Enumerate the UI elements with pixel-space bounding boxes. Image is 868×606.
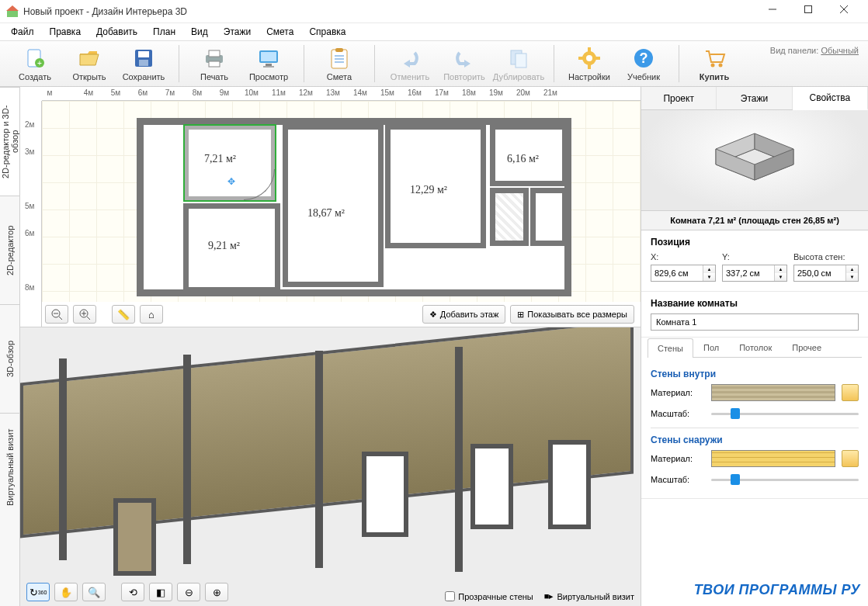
- plan-view[interactable]: м 4м 5м 6м 7м 8м 9м 10м 11м 12м 13м 14м …: [20, 87, 641, 327]
- svg-point-37: [719, 64, 723, 68]
- zoom-render-button[interactable]: 🔍: [82, 583, 106, 601]
- app-icon: [6, 5, 19, 18]
- zoom-in-render-button[interactable]: ⊕: [205, 583, 228, 601]
- tab-project[interactable]: Проект: [641, 87, 717, 109]
- panel-mode-link[interactable]: Обычный: [821, 46, 859, 55]
- pos-x-input[interactable]: ▲▼: [651, 265, 716, 282]
- room-5[interactable]: 9,21 м²: [183, 203, 280, 293]
- close-button[interactable]: [826, 0, 862, 21]
- duplicate-icon: [506, 46, 531, 71]
- properties-panel: Проект Этажи Свойства Комната 7,21 м² (п…: [641, 87, 868, 606]
- room-small-1[interactable]: [490, 188, 529, 246]
- svg-rect-27: [516, 54, 526, 68]
- menu-plan[interactable]: План: [145, 25, 183, 39]
- tab-2d-3d[interactable]: 2D-редактор и 3D-обзор: [0, 87, 19, 196]
- svg-rect-13: [209, 50, 220, 57]
- virtual-visit-checkbox[interactable]: ■▸Виртуальный визит: [544, 591, 634, 601]
- handle-icon[interactable]: ✥: [227, 176, 235, 187]
- menu-add[interactable]: Добавить: [89, 25, 145, 39]
- svg-point-36: [711, 64, 715, 68]
- window-title: Новый проект - Дизайн Интерьера 3D: [23, 6, 755, 17]
- tutorial-button[interactable]: ?Учебник: [616, 42, 671, 85]
- menu-edit[interactable]: Правка: [42, 25, 89, 39]
- add-floor-button[interactable]: ❖Добавить этаж: [422, 305, 505, 324]
- settings-button[interactable]: Настройки: [562, 42, 616, 85]
- clipboard-icon: [327, 46, 352, 71]
- zoom-out-button[interactable]: [45, 305, 68, 324]
- scale-outside-slider[interactable]: [711, 472, 859, 487]
- subtab-ceiling[interactable]: Потолок: [729, 338, 782, 357]
- svg-marker-24: [404, 60, 410, 68]
- zoom-in-button[interactable]: [73, 305, 96, 324]
- material-outside-swatch[interactable]: [711, 450, 835, 467]
- show-dims-button[interactable]: ⊞Показывать все размеры: [510, 305, 634, 324]
- material-inside-browse[interactable]: [842, 384, 859, 401]
- subtab-other[interactable]: Прочее: [782, 338, 832, 357]
- open-button[interactable]: Открыть: [62, 42, 116, 85]
- zoom-out-render-button[interactable]: ⊖: [177, 583, 200, 601]
- tab-virtual[interactable]: Виртуальный визит: [0, 413, 19, 521]
- svg-text:+: +: [37, 59, 42, 68]
- pos-y-input[interactable]: ▲▼: [722, 265, 787, 282]
- svg-marker-25: [464, 60, 470, 68]
- walls-inside-header: Стены внутри: [651, 369, 859, 379]
- estimate-button[interactable]: Смета: [312, 42, 366, 85]
- svg-point-29: [586, 55, 592, 61]
- maximize-button[interactable]: [790, 0, 826, 21]
- scale-inside-slider[interactable]: [711, 406, 859, 421]
- redo-button[interactable]: Повторить: [437, 42, 491, 85]
- tab-floors[interactable]: Этажи: [717, 87, 792, 109]
- preview-button[interactable]: Просмотр: [241, 42, 296, 85]
- save-button[interactable]: Сохранить: [116, 42, 171, 85]
- measure-button[interactable]: 📏: [112, 305, 135, 324]
- menu-estimate[interactable]: Смета: [259, 25, 301, 39]
- svg-rect-0: [7, 10, 18, 17]
- transparent-walls-checkbox[interactable]: Прозрачные стены: [445, 591, 533, 601]
- tab-properties[interactable]: Свойства: [793, 87, 868, 110]
- tab-3d[interactable]: 3D-обзор: [0, 304, 19, 413]
- menu-view[interactable]: Вид: [183, 25, 216, 39]
- reset-view-button[interactable]: ⟲: [121, 583, 144, 601]
- minimize-button[interactable]: [755, 0, 790, 21]
- save-icon: [131, 46, 156, 71]
- camera-icon: ■▸: [544, 591, 554, 601]
- svg-line-42: [87, 317, 90, 320]
- svg-rect-11: [139, 60, 148, 66]
- room-3[interactable]: 12,29 м²: [385, 124, 486, 248]
- tab-2d[interactable]: 2D-редактор: [0, 196, 19, 304]
- ruler-vertical: 2м 3м 5м 6м 8м: [20, 101, 42, 327]
- plan-toolbar-right: ❖Добавить этаж ⊞Показывать все размеры: [422, 305, 634, 324]
- wall-height-input[interactable]: ▲▼: [793, 265, 859, 282]
- render-view[interactable]: ↻360 ✋ 🔍 ⟲ ◧ ⊖ ⊕ Прозрачные стены ■▸Вирт…: [20, 327, 641, 606]
- subtab-walls[interactable]: Стены: [648, 338, 693, 358]
- subtab-floor[interactable]: Пол: [693, 338, 729, 357]
- menu-help[interactable]: Справка: [301, 25, 353, 39]
- home-button[interactable]: ⌂: [140, 305, 163, 324]
- create-button[interactable]: +Создать: [8, 42, 62, 85]
- dims-icon: ⊞: [517, 310, 524, 320]
- svg-rect-16: [261, 52, 276, 61]
- top-view-button[interactable]: ◧: [149, 583, 172, 601]
- title-bar: Новый проект - Дизайн Интерьера 3D: [0, 0, 868, 23]
- room-small-2[interactable]: [530, 188, 568, 246]
- render-options: Прозрачные стены ■▸Виртуальный визит: [445, 591, 634, 601]
- buy-button[interactable]: Купить: [687, 42, 741, 85]
- room-selected[interactable]: 7,21 м² ✥: [183, 124, 276, 202]
- material-inside-swatch[interactable]: [711, 384, 835, 401]
- undo-button[interactable]: Отменить: [383, 42, 437, 85]
- room-name-input[interactable]: [651, 313, 859, 331]
- orbit-button[interactable]: ↻360: [26, 583, 50, 601]
- material-outside-browse[interactable]: [842, 450, 859, 467]
- room-4[interactable]: 6,16 м²: [490, 124, 568, 186]
- menu-floors[interactable]: Этажи: [216, 25, 259, 39]
- svg-marker-1: [6, 5, 19, 11]
- print-button[interactable]: Печать: [187, 42, 241, 85]
- material-tabs: Стены Пол Потолок Прочее: [648, 338, 862, 358]
- room-2[interactable]: 18,67 м²: [283, 124, 384, 287]
- pan-button[interactable]: ✋: [54, 583, 78, 601]
- menu-bar: Файл Правка Добавить План Вид Этажи Смет…: [0, 23, 868, 40]
- menu-file[interactable]: Файл: [3, 25, 42, 39]
- duplicate-button[interactable]: Дублировать: [491, 42, 546, 85]
- room-info: Комната 7,21 м² (площадь стен 26,85 м²): [641, 211, 868, 230]
- svg-rect-3: [805, 5, 812, 12]
